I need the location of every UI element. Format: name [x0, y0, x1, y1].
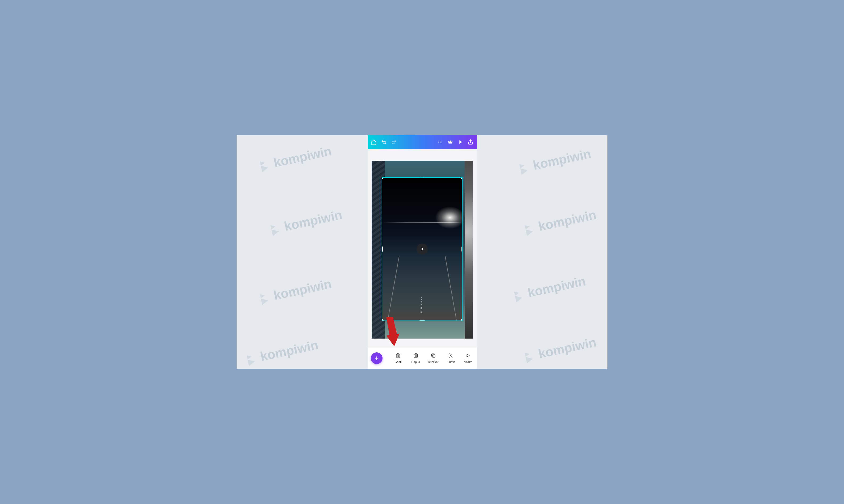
- watermark: kompiwin: [522, 335, 598, 365]
- watermark: kompiwin: [268, 208, 343, 237]
- video-content-detail: [382, 222, 462, 222]
- toolbar-label: Volum: [464, 360, 472, 363]
- toolbar-label: Hapus: [412, 360, 420, 363]
- toolbar-duration[interactable]: 9.0dtk: [443, 353, 459, 363]
- add-button[interactable]: [371, 353, 382, 364]
- resize-handle-right[interactable]: [462, 247, 463, 252]
- resize-handle-bottom-right[interactable]: [461, 319, 463, 321]
- watermark: kompiwin: [511, 274, 587, 304]
- toolbar-ganti[interactable]: Ganti: [390, 353, 407, 363]
- play-icon[interactable]: [458, 139, 463, 145]
- redo-icon[interactable]: [391, 139, 397, 145]
- resize-handle-bottom[interactable]: [419, 320, 425, 321]
- resize-handle-left[interactable]: [382, 247, 383, 252]
- svg-point-2: [441, 142, 442, 143]
- toolbar-hapus[interactable]: Hapus: [408, 353, 424, 363]
- background-decoration: [465, 161, 472, 339]
- more-icon[interactable]: [437, 139, 443, 145]
- toolbar-label: 9.0dtk: [447, 360, 455, 363]
- toolbar-label: Ganti: [395, 360, 401, 363]
- watermark: kompiwin: [522, 208, 598, 237]
- svg-point-6: [449, 356, 450, 357]
- svg-point-1: [440, 142, 441, 143]
- watermark: kompiwin: [257, 144, 333, 174]
- app-window: kompiwin kompiwin kompiwin kompiwin komp…: [237, 135, 607, 369]
- watermark: kompiwin: [517, 146, 592, 176]
- share-icon[interactable]: [468, 139, 473, 145]
- canvas-background[interactable]: [372, 161, 472, 339]
- undo-icon[interactable]: [381, 139, 387, 145]
- toolbar-items: Ganti Hapus Duplikat: [385, 353, 473, 363]
- trash-icon: [396, 353, 401, 359]
- volume-icon: [466, 353, 471, 359]
- delete-icon: [413, 353, 418, 359]
- video-element-selected[interactable]: [382, 177, 463, 321]
- watermark: kompiwin: [244, 338, 320, 367]
- watermark: kompiwin: [257, 276, 333, 306]
- resize-handle-bottom-left[interactable]: [382, 319, 383, 321]
- svg-point-5: [449, 354, 450, 355]
- toolbar-volume[interactable]: Volum: [460, 353, 473, 363]
- home-icon[interactable]: [371, 139, 377, 145]
- scissors-icon: [448, 353, 453, 359]
- video-play-button[interactable]: [416, 244, 428, 255]
- resize-handle-top[interactable]: [419, 177, 425, 178]
- canvas-area[interactable]: [368, 149, 477, 347]
- resize-handle-top-right[interactable]: [461, 177, 463, 179]
- bottom-toolbar: Ganti Hapus Duplikat: [368, 347, 477, 369]
- toolbar-label: Duplikat: [428, 360, 438, 363]
- copy-icon: [431, 353, 436, 359]
- video-content-detail: [420, 297, 422, 313]
- app-header: [368, 135, 477, 149]
- mobile-app-frame: Ganti Hapus Duplikat: [368, 135, 477, 369]
- toolbar-duplikat[interactable]: Duplikat: [425, 353, 442, 363]
- crown-icon[interactable]: [447, 139, 453, 145]
- svg-point-0: [438, 142, 439, 143]
